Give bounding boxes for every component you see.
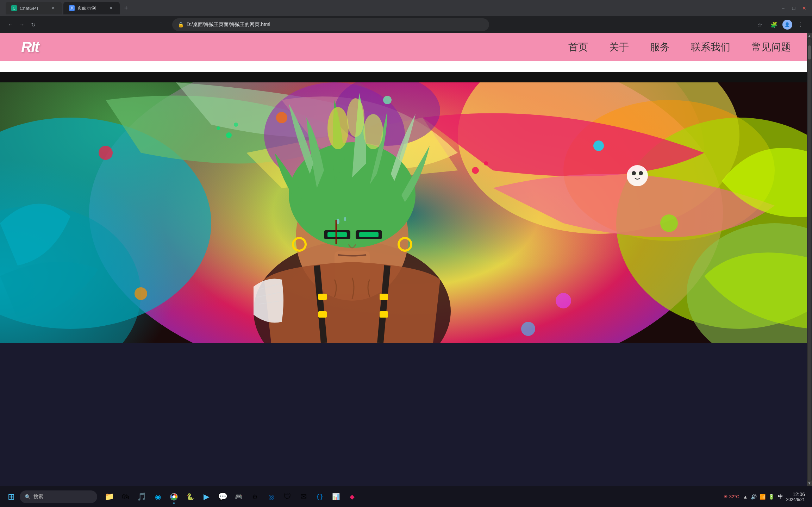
svg-point-47 — [226, 132, 232, 138]
taskbar-clock[interactable]: 12:06 2024/6/21 — [786, 492, 805, 502]
nav-home[interactable]: 首页 — [568, 40, 588, 54]
chatgpt-favicon: C — [11, 5, 17, 11]
webpage-content: RIt 首页 关于 服务 联系我们 常见问题 — [0, 33, 812, 343]
taskbar-app-settings[interactable]: ⚙ — [247, 489, 263, 505]
tray-expand-icon[interactable]: ▲ — [743, 494, 748, 500]
taskbar-app-monitor[interactable]: 📊 — [328, 489, 344, 505]
volume-icon[interactable]: 🔊 — [751, 494, 757, 500]
taskbar-search[interactable]: 🔍 搜索 — [20, 490, 97, 503]
profile-button[interactable]: 👤 — [782, 20, 792, 30]
dark-banner — [0, 72, 812, 82]
taskbar-app-extra1[interactable]: ◆ — [344, 489, 360, 505]
battery-icon[interactable]: 🔋 — [768, 494, 774, 500]
nav-about[interactable]: 关于 — [609, 40, 629, 54]
svg-rect-29 — [318, 311, 327, 318]
toolbar-icons: ☆ 🧩 👤 ⋮ — [754, 19, 806, 30]
windows-icon: ⊞ — [8, 492, 15, 502]
browser-chrome: C ChatGPT ✕ 页 页面示例 ✕ + − □ ✕ ← → ↻ 🔒 D:/… — [0, 0, 812, 33]
taskbar-app-music[interactable]: 🎵 — [134, 489, 149, 505]
svg-point-19 — [363, 114, 383, 149]
site-header: RIt 首页 关于 服务 联系我们 常见问题 — [0, 33, 812, 61]
nav-faq[interactable]: 常见问题 — [751, 40, 791, 54]
network-icon[interactable]: 📶 — [760, 494, 766, 500]
taskbar-app-python[interactable]: 🐍 — [182, 489, 198, 505]
taskbar: ⊞ 🔍 搜索 📁 🛍 🎵 ◉ 🐍 ▶ 💬 🎮 ⚙ ◎ 🛡 ✉ { } — [0, 486, 812, 507]
taskbar-app-chat[interactable]: 💬 — [215, 489, 230, 505]
svg-point-39 — [135, 287, 147, 300]
taskbar-system-tray: ☀ 32°C ▲ 🔊 📶 🔋 中 12:06 2024/6/21 — [724, 492, 808, 502]
site-logo: RIt — [21, 39, 39, 56]
svg-point-49 — [234, 123, 238, 127]
close-button[interactable]: ✕ — [799, 3, 809, 13]
svg-point-53 — [173, 495, 175, 498]
svg-point-40 — [556, 293, 571, 308]
svg-rect-28 — [380, 294, 388, 300]
tab-page-demo[interactable]: 页 页面示例 ✕ — [63, 2, 120, 14]
svg-point-37 — [593, 140, 604, 151]
search-icon: 🔍 — [25, 494, 31, 500]
scroll-down-arrow[interactable]: ▼ — [807, 481, 812, 486]
taskbar-app-edge[interactable]: ◉ — [150, 489, 165, 505]
tab-page-demo-close[interactable]: ✕ — [108, 5, 114, 11]
svg-point-34 — [337, 219, 339, 224]
svg-point-18 — [347, 98, 364, 137]
back-button[interactable]: ← — [6, 20, 15, 30]
minimize-button[interactable]: − — [778, 3, 788, 13]
tab-chatgpt[interactable]: C ChatGPT ✕ — [6, 2, 62, 14]
scrollbar[interactable]: ▲ ▼ — [807, 33, 812, 486]
navigation-controls: ← → ↻ — [6, 20, 38, 30]
language-indicator[interactable]: 中 — [778, 494, 783, 500]
url-display: D:/桌面/海贼王页面/海贼王的网页.html — [187, 21, 483, 28]
forward-button[interactable]: → — [17, 20, 27, 30]
chrome-icon — [170, 493, 178, 501]
taskbar-app-game[interactable]: 🎮 — [231, 489, 246, 505]
tab-bar: C ChatGPT ✕ 页 页面示例 ✕ + − □ ✕ — [0, 0, 812, 16]
address-bar: ← → ↻ 🔒 D:/桌面/海贼王页面/海贼王的网页.html ☆ 🧩 👤 ⋮ — [0, 16, 812, 33]
weather-icon: ☀ — [724, 494, 728, 499]
tab-chatgpt-close[interactable]: ✕ — [50, 5, 56, 11]
clock-time: 12:06 — [786, 492, 805, 497]
svg-point-42 — [276, 112, 287, 123]
bookmark-button[interactable]: ☆ — [754, 19, 766, 30]
svg-point-41 — [383, 96, 392, 104]
window-controls: − □ ✕ — [778, 3, 809, 13]
maximize-button[interactable]: □ — [789, 3, 799, 13]
svg-rect-30 — [380, 311, 388, 318]
nav-services[interactable]: 服务 — [650, 40, 670, 54]
tab-page-demo-title: 页面示例 — [77, 5, 105, 11]
svg-point-46 — [639, 171, 643, 175]
system-icons: ▲ 🔊 📶 🔋 — [743, 494, 774, 500]
taskbar-app-terminal[interactable]: ▶ — [199, 489, 214, 505]
taskbar-app-browser2[interactable]: ◎ — [263, 489, 279, 505]
scroll-track[interactable] — [808, 38, 811, 481]
taskbar-app-files[interactable]: 📁 — [101, 489, 117, 505]
search-placeholder: 搜索 — [33, 494, 43, 500]
svg-point-44 — [627, 165, 648, 186]
taskbar-app-chrome[interactable] — [166, 489, 182, 505]
header-divider — [0, 61, 812, 72]
weather-temp: 32°C — [729, 494, 739, 499]
start-button[interactable]: ⊞ — [4, 490, 18, 504]
new-tab-button[interactable]: + — [121, 3, 131, 13]
taskbar-app-store[interactable]: 🛍 — [118, 489, 133, 505]
scroll-thumb[interactable] — [808, 45, 811, 60]
hero-section — [0, 82, 812, 343]
extensions-button[interactable]: 🧩 — [768, 19, 780, 30]
refresh-button[interactable]: ↻ — [28, 20, 38, 30]
nav-contact[interactable]: 联系我们 — [691, 40, 730, 54]
menu-button[interactable]: ⋮ — [795, 19, 806, 30]
svg-point-48 — [217, 126, 220, 130]
address-input[interactable]: 🔒 D:/桌面/海贼王页面/海贼王的网页.html — [172, 18, 489, 31]
taskbar-app-mail[interactable]: ✉ — [296, 489, 311, 505]
weather-widget[interactable]: ☀ 32°C — [724, 494, 739, 499]
taskbar-apps: 📁 🛍 🎵 ◉ 🐍 ▶ 💬 🎮 ⚙ ◎ 🛡 ✉ { } 📊 ◆ — [101, 489, 360, 505]
scroll-up-arrow[interactable]: ▲ — [807, 33, 812, 38]
taskbar-app-security[interactable]: 🛡 — [280, 489, 295, 505]
clock-date: 2024/6/21 — [786, 497, 805, 502]
tab-chatgpt-title: ChatGPT — [20, 6, 47, 11]
svg-rect-23 — [359, 232, 379, 237]
svg-point-17 — [327, 107, 349, 149]
svg-point-51 — [484, 161, 488, 165]
taskbar-app-vscode[interactable]: { } — [312, 489, 327, 505]
svg-point-35 — [344, 217, 346, 221]
